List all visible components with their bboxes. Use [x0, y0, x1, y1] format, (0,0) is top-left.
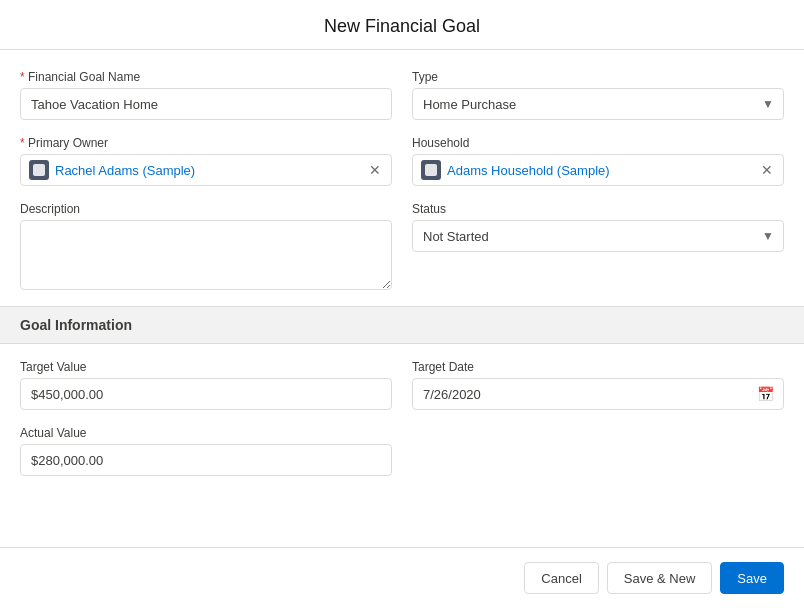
save-button[interactable]: Save — [720, 562, 784, 594]
household-value: Adams Household (Sample) — [447, 163, 753, 178]
status-select[interactable]: Not Started In Progress Completed Cancel… — [412, 220, 784, 252]
target-date-wrapper: 📅 — [412, 378, 784, 410]
new-financial-goal-modal: New Financial Goal Financial Goal Name T… — [0, 0, 804, 608]
primary-owner-label: Primary Owner — [20, 136, 392, 150]
group-target-value: Target Value — [20, 360, 392, 410]
cancel-button[interactable]: Cancel — [524, 562, 598, 594]
primary-owner-value: Rachel Adams (Sample) — [55, 163, 361, 178]
financial-goal-name-input[interactable] — [20, 88, 392, 120]
type-select[interactable]: Home Purchase Retirement Education Emerg… — [412, 88, 784, 120]
row-target-value-date: Target Value Target Date 📅 — [20, 360, 784, 410]
group-household: Household Adams Household (Sample) ✕ — [412, 136, 784, 186]
goal-information-label: Goal Information — [20, 317, 132, 333]
modal-footer: Cancel Save & New Save — [0, 547, 804, 608]
group-status: Status Not Started In Progress Completed… — [412, 202, 784, 290]
target-value-label: Target Value — [20, 360, 392, 374]
household-label: Household — [412, 136, 784, 150]
actual-value-label: Actual Value — [20, 426, 392, 440]
primary-owner-lookup[interactable]: Rachel Adams (Sample) ✕ — [20, 154, 392, 186]
row-name-type: Financial Goal Name Type Home Purchase R… — [20, 70, 784, 120]
description-textarea[interactable] — [20, 220, 392, 290]
household-clear-button[interactable]: ✕ — [759, 161, 775, 179]
description-label: Description — [20, 202, 392, 216]
target-value-input[interactable] — [20, 378, 392, 410]
group-placeholder — [412, 426, 784, 476]
group-type: Type Home Purchase Retirement Education … — [412, 70, 784, 120]
modal-title: New Financial Goal — [20, 16, 784, 37]
group-financial-goal-name: Financial Goal Name — [20, 70, 392, 120]
primary-owner-icon-inner — [33, 164, 45, 176]
modal-body: Financial Goal Name Type Home Purchase R… — [0, 50, 804, 527]
row-description-status: Description Status Not Started In Progre… — [20, 202, 784, 290]
group-target-date: Target Date 📅 — [412, 360, 784, 410]
row-owner-household: Primary Owner Rachel Adams (Sample) ✕ Ho… — [20, 136, 784, 186]
save-new-button[interactable]: Save & New — [607, 562, 713, 594]
goal-information-section-header: Goal Information — [0, 306, 804, 344]
primary-owner-icon — [29, 160, 49, 180]
modal-header: New Financial Goal — [0, 0, 804, 50]
household-icon — [421, 160, 441, 180]
household-icon-inner — [425, 164, 437, 176]
financial-goal-name-label: Financial Goal Name — [20, 70, 392, 84]
target-date-label: Target Date — [412, 360, 784, 374]
group-primary-owner: Primary Owner Rachel Adams (Sample) ✕ — [20, 136, 392, 186]
group-actual-value: Actual Value — [20, 426, 392, 476]
target-date-input[interactable] — [412, 378, 784, 410]
actual-value-input[interactable] — [20, 444, 392, 476]
type-label: Type — [412, 70, 784, 84]
type-select-wrapper: Home Purchase Retirement Education Emerg… — [412, 88, 784, 120]
status-select-wrapper: Not Started In Progress Completed Cancel… — [412, 220, 784, 252]
household-lookup[interactable]: Adams Household (Sample) ✕ — [412, 154, 784, 186]
group-description: Description — [20, 202, 392, 290]
row-actual-value: Actual Value — [20, 426, 784, 476]
status-label: Status — [412, 202, 784, 216]
primary-owner-clear-button[interactable]: ✕ — [367, 161, 383, 179]
